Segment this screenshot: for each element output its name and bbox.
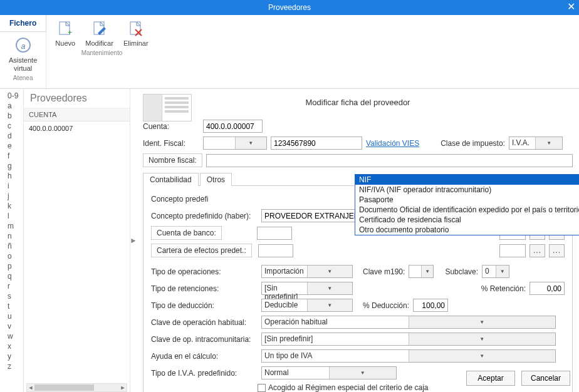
svg-text:+: + [68, 28, 72, 37]
pct-deduccion-input[interactable] [413, 299, 448, 312]
partida-input-4a[interactable] [499, 244, 526, 257]
window-title: Proveedores [268, 3, 311, 12]
chevron-down-icon[interactable]: ▼ [329, 367, 397, 379]
scroll-thumb[interactable] [34, 384, 94, 391]
modify-label: Modificar [85, 39, 113, 47]
dropdown-option[interactable]: NIF [355, 175, 579, 185]
new-button[interactable]: + Nuevo [50, 18, 80, 48]
assistant-button[interactable]: a Asistente virtual [4, 34, 42, 73]
tipo-deduccion-label: Tipo de deducción: [151, 301, 258, 310]
alpha-index-item[interactable]: f [0, 151, 23, 161]
nombre-fiscal-button[interactable]: Nombre fiscal: [143, 153, 202, 167]
validacion-vies-link[interactable]: Validación VIES [366, 139, 419, 148]
regimen-caja-checkbox[interactable]: Acogido al Régimen especial del criterio… [258, 383, 428, 392]
delete-button[interactable]: Eliminar [118, 18, 154, 48]
alpha-index-item[interactable]: r [0, 281, 23, 291]
dropdown-option[interactable]: Certificado de residencia fiscal [355, 215, 579, 225]
alpha-index-item[interactable]: e [0, 141, 23, 151]
horizontal-scrollbar[interactable]: ◄ ► [26, 383, 127, 392]
dropdown-option[interactable]: NIF/IVA (NIF operador intracomunitario) [355, 185, 579, 195]
chevron-down-icon[interactable]: ▼ [535, 137, 562, 149]
clave-op-intra-label: Clave de op. intracomunitaria: [151, 335, 258, 344]
clave-m190-label: Clave m190: [363, 267, 405, 276]
chevron-down-icon[interactable]: ▼ [409, 350, 556, 362]
tab-otros[interactable]: Otros [200, 173, 232, 186]
alpha-index-item[interactable]: p [0, 261, 23, 271]
alpha-index-item[interactable]: c [0, 121, 23, 131]
alpha-index-item[interactable]: d [0, 131, 23, 141]
list-column-header[interactable]: CUENTA [24, 108, 130, 121]
alpha-index-item[interactable]: j [0, 191, 23, 201]
clase-impuesto-combo[interactable]: I.V.A. ▼ [509, 137, 563, 150]
dropdown-option[interactable]: Documento Oficial de identificación expe… [355, 205, 579, 215]
modify-button[interactable]: Modificar [80, 18, 118, 48]
alpha-index-item[interactable]: o [0, 251, 23, 261]
clave-op-intra-combo[interactable]: [Sin predefinir]▼ [261, 333, 556, 346]
chevron-down-icon[interactable]: ▼ [409, 333, 556, 345]
pct-retencion-input[interactable] [529, 282, 565, 295]
dropdown-option[interactable]: Otro documento probatorio [355, 225, 579, 235]
ellipsis-button[interactable]: ... [529, 244, 545, 257]
chevron-down-icon[interactable]: ▼ [307, 266, 353, 277]
cartera-efectos-button[interactable]: Cartera de efectos predet.: [151, 244, 252, 257]
clave-m190-combo[interactable]: ▼ [409, 265, 434, 278]
form-thumbnail[interactable] [143, 94, 192, 121]
ident-fiscal-type-combo[interactable]: ▼ [203, 137, 267, 150]
ayuda-calculo-combo[interactable]: Un tipo de IVA▼ [261, 349, 556, 363]
tipo-retenciones-combo[interactable]: [Sin predefinir]▼ [261, 282, 353, 295]
checkbox-icon [258, 384, 266, 392]
alpha-index-item[interactable]: z [0, 361, 23, 371]
alpha-index-item[interactable]: m [0, 221, 23, 231]
scroll-right-icon[interactable]: ► [119, 384, 127, 391]
cuenta-input[interactable] [203, 120, 263, 133]
alpha-index-item[interactable]: s [0, 291, 23, 301]
close-icon[interactable]: ✕ [567, 1, 575, 13]
ellipsis-button[interactable]: ... [549, 244, 565, 257]
cartera-efectos-input[interactable] [258, 244, 293, 257]
alpha-index-item[interactable]: y [0, 351, 23, 361]
alpha-index-item[interactable]: l [0, 211, 23, 221]
list-item[interactable]: 400.0.0.00007 [24, 121, 130, 135]
chevron-down-icon[interactable]: ▼ [409, 316, 556, 328]
svg-text:a: a [21, 42, 25, 51]
chevron-down-icon[interactable]: ▼ [235, 137, 267, 149]
cuenta-banco-button[interactable]: Cuenta de banco: [151, 226, 222, 240]
tipo-iva-predef-combo[interactable]: Normal▼ [261, 366, 397, 379]
dropdown-option[interactable]: Pasaporte [355, 195, 579, 205]
tipo-operaciones-combo[interactable]: Importación▼ [261, 265, 353, 278]
group-mant-label: Mantenimiento [81, 49, 123, 56]
cuenta-banco-input[interactable] [257, 227, 292, 240]
nombre-fiscal-input[interactable] [206, 154, 573, 167]
tipo-deduccion-combo[interactable]: Deducible▼ [261, 299, 353, 312]
alpha-index-item[interactable]: 0-9 [0, 91, 23, 101]
alpha-index-item[interactable]: h [0, 171, 23, 181]
alpha-index-item[interactable]: x [0, 341, 23, 351]
alpha-index-item[interactable]: i [0, 181, 23, 191]
panel-expander[interactable]: ► [130, 89, 137, 392]
scroll-left-icon[interactable]: ◄ [27, 384, 34, 391]
cancel-button[interactable]: Cancelar [521, 371, 570, 386]
clave-op-habitual-combo[interactable]: Operación habitual▼ [261, 316, 556, 329]
chevron-down-icon[interactable]: ▼ [307, 282, 353, 294]
alpha-index-item[interactable]: k [0, 201, 23, 211]
alpha-index-item[interactable]: a [0, 101, 23, 111]
subclave-combo[interactable]: 0▼ [482, 265, 509, 278]
alpha-index-item[interactable]: t [0, 301, 23, 311]
file-tab[interactable]: Fichero [0, 15, 46, 32]
chevron-down-icon[interactable]: ▼ [421, 266, 434, 277]
accept-button[interactable]: Aceptar [466, 371, 515, 386]
alpha-index-item[interactable]: n [0, 231, 23, 241]
chevron-down-icon[interactable]: ▼ [307, 299, 353, 311]
chevron-down-icon[interactable]: ▼ [496, 266, 509, 277]
ident-fiscal-number-input[interactable] [271, 137, 362, 150]
alpha-index-item[interactable]: w [0, 331, 23, 341]
alpha-index-item[interactable]: g [0, 161, 23, 171]
tab-contabilidad[interactable]: Contabilidad [143, 173, 199, 186]
alpha-index-item[interactable]: ñ [0, 241, 23, 251]
alpha-index-item[interactable]: v [0, 321, 23, 331]
alpha-index-item[interactable]: u [0, 311, 23, 321]
pct-deduccion-label: % Deducción: [363, 301, 409, 310]
alpha-index-item[interactable]: q [0, 271, 23, 281]
alpha-index-item[interactable]: b [0, 111, 23, 121]
ident-fiscal-dropdown-list[interactable]: NIFNIF/IVA (NIF operador intracomunitari… [355, 174, 579, 235]
